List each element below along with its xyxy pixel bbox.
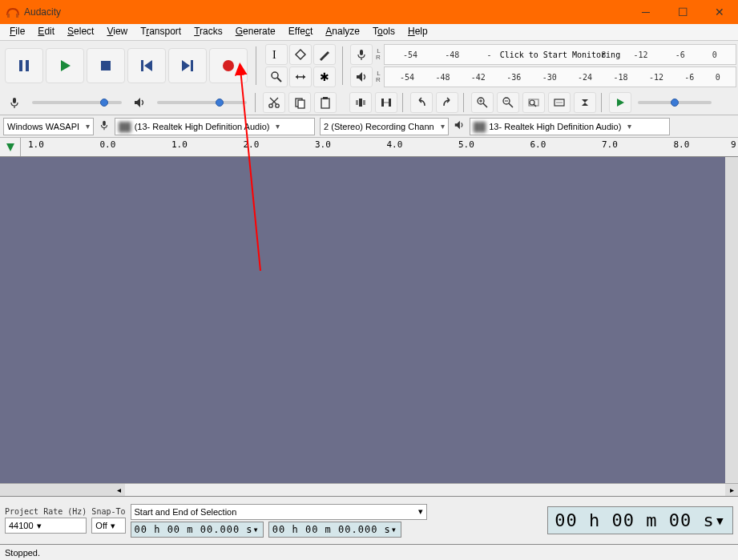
snap-to-select[interactable]: Off▾ <box>91 518 125 534</box>
svg-marker-57 <box>6 143 14 151</box>
pause-button[interactable] <box>5 48 43 83</box>
menu-tracks[interactable]: Tracks <box>188 24 229 40</box>
hscroll-right-arrow[interactable]: ▸ <box>725 484 738 497</box>
svg-line-42 <box>483 103 487 107</box>
track-area[interactable] <box>0 157 738 483</box>
menu-help[interactable]: Help <box>401 24 434 40</box>
play-button[interactable] <box>46 48 84 83</box>
tool-toolbar: I ✱ <box>264 42 337 89</box>
menu-effect[interactable]: Effect <box>282 24 319 40</box>
status-text: Stopped. <box>5 548 40 558</box>
maximize-button[interactable]: ☐ <box>664 0 701 24</box>
zoom-toggle-button[interactable] <box>574 92 596 113</box>
rec-meter-mic-icon[interactable] <box>350 44 373 65</box>
menu-file[interactable]: File <box>3 24 31 40</box>
svg-marker-51 <box>582 99 588 103</box>
zoom-tool[interactable] <box>265 66 288 87</box>
fit-project-button[interactable] <box>548 92 571 113</box>
project-rate-label: Project Rate (Hz) <box>5 507 87 516</box>
lr-label-2: LR <box>376 71 381 83</box>
stop-button[interactable] <box>87 48 125 83</box>
svg-marker-12 <box>296 50 305 59</box>
menu-analyze[interactable]: Analyze <box>319 24 366 40</box>
svg-text:I: I <box>272 49 276 61</box>
app-logo <box>6 6 19 18</box>
mic-icon <box>3 92 26 113</box>
zoom-in-button[interactable] <box>471 92 494 113</box>
play-at-speed-button[interactable] <box>609 92 631 113</box>
svg-marker-16 <box>296 75 298 79</box>
svg-rect-22 <box>13 98 16 103</box>
svg-marker-21 <box>357 72 362 82</box>
svg-point-13 <box>272 72 278 79</box>
cut-button[interactable] <box>263 92 285 113</box>
selection-mode-select[interactable]: Start and End of Selection▾ <box>131 504 427 520</box>
menu-edit[interactable]: Edit <box>31 24 61 40</box>
menu-tools[interactable]: Tools <box>366 24 401 40</box>
svg-rect-6 <box>141 60 143 71</box>
svg-rect-54 <box>103 121 106 126</box>
toolbars: I ✱ LR Click to Start Monitoring -54-48-… <box>0 41 738 115</box>
device-toolbar: Windows WASAPI▾ ██(13- Realtek High Defi… <box>0 115 738 138</box>
trim-button[interactable] <box>349 92 372 113</box>
zoom-out-button[interactable] <box>497 92 519 113</box>
menu-generate[interactable]: Generate <box>229 24 282 40</box>
project-rate-select[interactable]: 44100▾ <box>5 518 87 534</box>
selection-start-time[interactable]: 00 h 00 m 00.000 s▾ <box>131 522 264 538</box>
ruler-pin-icon[interactable] <box>0 138 21 156</box>
envelope-tool[interactable] <box>289 44 312 65</box>
audio-position-time[interactable]: 00 h 00 m 00 s▾ <box>547 506 733 534</box>
recording-channels-select[interactable]: 2 (Stereo) Recording Chann▾ <box>320 118 449 135</box>
playback-meter[interactable]: -54-48-42-36-30-24-18-12-60 <box>384 66 736 87</box>
silence-button[interactable] <box>375 92 397 113</box>
timeline-ruler[interactable]: 1.0 0.0 1.0 2.0 3.0 4.0 5.0 6.0 7.0 8.0 … <box>0 138 738 157</box>
titlebar: Audacity ─ ☐ ✕ <box>0 0 738 24</box>
svg-marker-56 <box>454 121 459 130</box>
playback-device-select[interactable]: ██13- Realtek High Definition Audio)▾ <box>470 118 670 135</box>
redo-button[interactable] <box>436 92 458 113</box>
skip-start-button[interactable] <box>127 48 166 83</box>
menu-transport[interactable]: Transport <box>134 24 188 40</box>
svg-rect-36 <box>381 99 384 107</box>
svg-line-14 <box>277 78 281 82</box>
copy-button[interactable] <box>288 92 311 113</box>
status-bar: Stopped. <box>0 544 738 560</box>
svg-rect-32 <box>323 97 328 99</box>
menu-view[interactable]: View <box>100 24 134 40</box>
svg-rect-31 <box>321 99 329 108</box>
svg-rect-33 <box>356 100 358 105</box>
record-button[interactable] <box>209 48 248 83</box>
close-button[interactable]: ✕ <box>701 0 738 24</box>
svg-marker-17 <box>303 75 305 79</box>
horizontal-scrollbar[interactable]: ◂ ▸ <box>0 483 738 496</box>
multi-tool[interactable]: ✱ <box>313 66 336 87</box>
svg-rect-35 <box>359 99 362 107</box>
selection-end-time[interactable]: 00 h 00 m 00.000 s▾ <box>268 522 401 538</box>
window-title: Audacity <box>24 6 61 18</box>
svg-marker-53 <box>617 99 624 107</box>
recording-volume-slider[interactable] <box>29 95 125 111</box>
playback-speed-slider[interactable] <box>635 95 715 111</box>
svg-marker-52 <box>582 103 588 106</box>
timeshift-tool[interactable] <box>289 66 312 87</box>
playback-volume-slider[interactable] <box>154 95 250 111</box>
recording-meter[interactable]: Click to Start Monitoring -54-48-8-12-60 <box>384 44 736 65</box>
skip-end-button[interactable] <box>168 48 207 83</box>
paste-button[interactable] <box>314 92 337 113</box>
hscroll-left-arrow[interactable]: ◂ <box>112 484 125 497</box>
audio-host-select[interactable]: Windows WASAPI▾ <box>3 118 94 135</box>
menu-select[interactable]: Select <box>61 24 100 40</box>
fit-selection-button[interactable] <box>522 92 545 113</box>
svg-rect-37 <box>389 99 391 107</box>
undo-button[interactable] <box>410 92 433 113</box>
svg-rect-34 <box>363 100 365 105</box>
vertical-scrollbar[interactable] <box>725 157 738 483</box>
selection-tool[interactable]: I <box>265 44 288 65</box>
menubar: File Edit Select View Transport Tracks G… <box>0 24 738 41</box>
play-meter-speaker-icon[interactable] <box>350 66 373 87</box>
click-monitoring-text: Click to Start Monitoring <box>500 50 621 59</box>
speaker-device-icon <box>454 119 465 133</box>
minimize-button[interactable]: ─ <box>627 0 664 24</box>
draw-tool[interactable] <box>313 44 336 65</box>
recording-device-select[interactable]: ██(13- Realtek High Definition Audio)▾ <box>115 118 315 135</box>
